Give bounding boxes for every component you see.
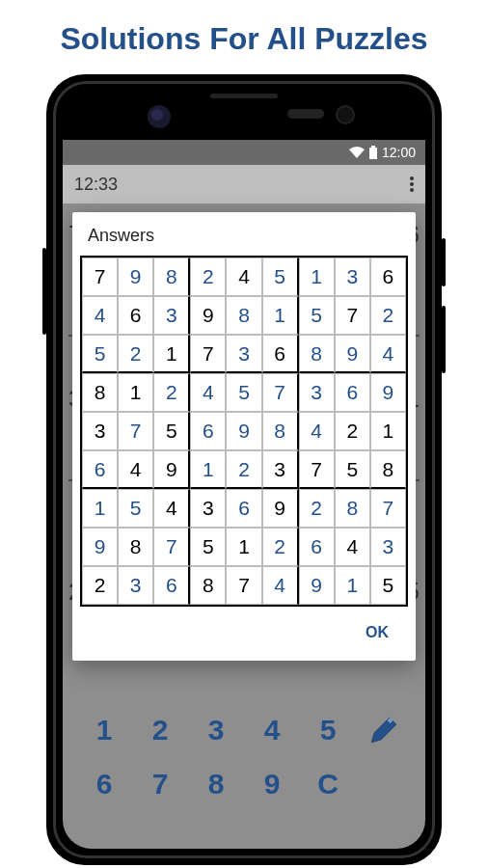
phone-side-button [442,306,446,373]
sudoku-cell: 3 [153,296,190,335]
app-toolbar: 12:33 [63,165,425,203]
sudoku-cell: 2 [153,373,190,412]
sudoku-cell: 1 [299,258,335,296]
battery-icon [368,146,378,159]
sudoku-cell: 6 [153,566,190,605]
sudoku-cell: 7 [153,528,190,566]
sudoku-cell: 1 [153,335,190,373]
sudoku-cell: 1 [82,489,118,528]
sudoku-cell: 3 [226,335,261,373]
sudoku-cell: 5 [118,489,153,528]
sudoku-cell: 5 [190,528,226,566]
sudoku-cell: 8 [153,258,190,296]
sudoku-cell: 6 [370,258,406,296]
sudoku-cell: 3 [262,450,299,489]
sudoku-cell: 1 [226,528,261,566]
numpad-9[interactable]: 9 [244,768,300,800]
numpad-3[interactable]: 3 [188,714,244,746]
numpad-8[interactable]: 8 [188,768,244,800]
sudoku-cell: 1 [262,296,299,335]
sudoku-cell: 4 [226,258,261,296]
sudoku-cell: 1 [118,373,153,412]
sudoku-cell: 9 [153,450,190,489]
phone-bezel [56,84,432,140]
sudoku-cell: 3 [335,258,370,296]
sudoku-cell: 7 [118,412,153,450]
sudoku-cell: 2 [335,412,370,450]
sudoku-cell: 5 [370,566,406,605]
sudoku-cell: 7 [335,296,370,335]
sudoku-cell: 7 [82,258,118,296]
sudoku-cell: 7 [226,566,261,605]
sudoku-cell: 3 [82,412,118,450]
phone-screen: 12:00 12:33 76 31 25 Answers 79824513646… [63,140,425,849]
overflow-menu-icon[interactable] [410,176,414,192]
sudoku-cell: 8 [299,335,335,373]
sudoku-cell: 4 [82,296,118,335]
sudoku-cell: 2 [262,528,299,566]
sudoku-grid: 7982451364639815725217368948124573693756… [80,256,408,607]
sudoku-cell: 9 [262,489,299,528]
numpad-4[interactable]: 4 [244,714,300,746]
sudoku-cell: 2 [118,335,153,373]
numpad-5[interactable]: 5 [300,714,356,746]
sudoku-cell: 8 [370,450,406,489]
phone-power-button [442,238,446,286]
sudoku-cell: 5 [299,296,335,335]
sudoku-cell: 5 [262,258,299,296]
sudoku-cell: 4 [153,489,190,528]
sudoku-cell: 1 [190,450,226,489]
sudoku-cell: 1 [335,566,370,605]
phone-frame: 12:00 12:33 76 31 25 Answers 79824513646… [46,74,442,865]
sudoku-cell: 8 [190,566,226,605]
sudoku-cell: 2 [190,258,226,296]
sudoku-cell: 6 [299,528,335,566]
numpad-clear[interactable]: C [300,768,356,800]
sudoku-cell: 7 [370,489,406,528]
numpad-1[interactable]: 1 [76,714,132,746]
numpad-7[interactable]: 7 [132,768,188,800]
sudoku-cell: 3 [190,489,226,528]
sudoku-cell: 2 [299,489,335,528]
sudoku-cell: 7 [299,450,335,489]
sudoku-cell: 4 [370,335,406,373]
dialog-title: Answers [72,212,416,256]
sudoku-cell: 9 [335,335,370,373]
sudoku-cell: 3 [370,528,406,566]
phone-volume-button [42,248,46,335]
sudoku-cell: 2 [370,296,406,335]
sudoku-cell: 8 [262,412,299,450]
sudoku-cell: 9 [190,296,226,335]
status-time: 12:00 [382,145,416,160]
sudoku-cell: 9 [299,566,335,605]
sudoku-cell: 6 [335,373,370,412]
sudoku-cell: 4 [118,450,153,489]
sudoku-cell: 9 [118,258,153,296]
svg-rect-0 [371,146,375,148]
sudoku-cell: 6 [118,296,153,335]
game-timer: 12:33 [74,175,118,195]
sudoku-cell: 4 [335,528,370,566]
page-title: Solutions For All Puzzles [0,0,488,74]
pencil-icon[interactable] [356,714,412,746]
sudoku-cell: 8 [82,373,118,412]
sudoku-cell: 4 [262,566,299,605]
sudoku-cell: 7 [262,373,299,412]
sudoku-cell: 6 [226,489,261,528]
sudoku-cell: 5 [226,373,261,412]
answers-dialog: Answers 79824513646398157252173689481245… [72,212,416,661]
sudoku-cell: 5 [335,450,370,489]
sudoku-cell: 7 [190,335,226,373]
sudoku-cell: 5 [153,412,190,450]
sudoku-cell: 4 [299,412,335,450]
sudoku-cell: 2 [82,566,118,605]
ok-button[interactable]: OK [356,616,398,649]
sudoku-cell: 2 [226,450,261,489]
sudoku-cell: 3 [299,373,335,412]
number-pad: 1 2 3 4 5 6 7 8 9 C x [63,706,425,829]
sudoku-cell: 9 [370,373,406,412]
sudoku-cell: 9 [82,528,118,566]
sudoku-cell: 8 [118,528,153,566]
numpad-2[interactable]: 2 [132,714,188,746]
numpad-6[interactable]: 6 [76,768,132,800]
